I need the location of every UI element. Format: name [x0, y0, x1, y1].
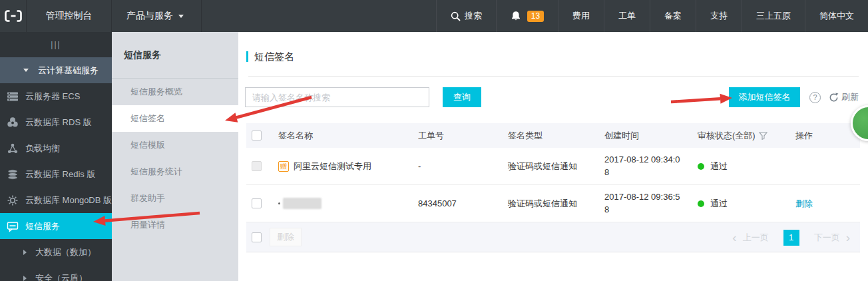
submenu-item-overview[interactable]: 短信服务概览	[112, 79, 238, 105]
products-menu-label: 产品与服务	[126, 10, 173, 22]
pagination: ‹ 上一页 1 下一页 ›	[730, 222, 852, 252]
query-button[interactable]: 查询	[443, 87, 481, 107]
row-checkbox[interactable]	[252, 161, 262, 171]
nav-item-ticket[interactable]: 工单	[604, 0, 650, 32]
submenu-item-usage[interactable]: 用量详情	[112, 212, 238, 238]
aliyun-logo-icon	[5, 10, 22, 22]
aliyun-logo[interactable]	[0, 0, 27, 32]
table-row: 84345007 验证码或短信通知 2017-08-12 09:36:58 通过…	[246, 185, 860, 222]
chevron-down-icon	[23, 69, 29, 72]
bell-icon	[511, 11, 521, 21]
submenu-item-mass-send[interactable]: 群发助手	[112, 185, 238, 212]
topnav-spacer	[202, 0, 436, 32]
notification-count-badge: 13	[527, 11, 544, 22]
products-menu[interactable]: 产品与服务	[112, 0, 202, 32]
load-balancer-icon	[7, 142, 19, 154]
gift-badge-icon: 赠	[278, 161, 289, 172]
sidebar-group-security[interactable]: 安全（云盾）	[0, 265, 112, 281]
sidebar-group-label: 安全（云盾）	[35, 272, 87, 281]
notifications-button[interactable]: 13	[496, 0, 558, 32]
sidebar-collapse-toggle[interactable]: |||	[0, 32, 112, 57]
row-checkbox[interactable]	[252, 198, 262, 208]
footer-select-checkbox[interactable]	[252, 232, 262, 242]
console-home-link[interactable]: 管理控制台	[27, 0, 112, 32]
ticket-number: -	[411, 161, 501, 171]
submenu-item-signature[interactable]: 短信签名	[112, 105, 238, 132]
help-icon[interactable]: ?	[809, 92, 821, 103]
ticket-number: 84345007	[411, 198, 501, 208]
signature-name: 阿里云短信测试专用	[294, 160, 371, 172]
sidebar-item-redis[interactable]: 云数据库 Redis 版	[0, 161, 112, 187]
secondary-sidebar: 短信服务 短信服务概览 短信签名 短信模版 短信服务统计 群发助手 用量详情	[112, 32, 238, 281]
col-header-name: 签名名称	[272, 130, 411, 142]
submenu-title: 短信服务	[112, 32, 238, 78]
signature-search-input[interactable]	[245, 87, 429, 107]
status-label: 通过	[710, 198, 728, 210]
next-page-button[interactable]: 下一页	[810, 232, 844, 244]
chat-bubble-icon	[7, 220, 19, 232]
status-label: 通过	[710, 160, 728, 172]
chevron-right-icon	[23, 250, 27, 255]
add-signature-button[interactable]: 添加短信签名	[729, 87, 800, 107]
nav-item-support[interactable]: 支持	[696, 0, 742, 32]
submenu-item-statistics[interactable]: 短信服务统计	[112, 158, 238, 185]
status-dot-icon	[698, 200, 704, 207]
col-header-action: 操作	[789, 130, 860, 142]
sidebar-item-label: 云数据库 Redis 版	[25, 168, 95, 180]
sidebar-group-cloud-basic[interactable]: 云计算基础服务	[0, 57, 112, 83]
signature-type: 验证码或短信通知	[501, 198, 598, 210]
sidebar-item-label: 云数据库 MongoDB 版	[25, 194, 112, 206]
next-page-chevron-icon[interactable]: ›	[844, 231, 852, 244]
page-header: 短信签名	[246, 50, 868, 63]
search-button[interactable]: 搜索	[436, 0, 496, 32]
select-all-checkbox[interactable]	[252, 131, 262, 140]
refresh-button[interactable]: 刷新	[829, 91, 859, 103]
created-time: 2017-08-12 09:34:08	[604, 154, 683, 178]
status-dot-icon	[698, 163, 704, 170]
nav-item-billing[interactable]: 费用	[558, 0, 604, 32]
sidebar-item-ecs[interactable]: 云服务器 ECS	[0, 83, 112, 109]
filter-funnel-icon[interactable]	[759, 132, 767, 140]
table-header-row: 签名名称 工单号 签名类型 创建时间 审核状态(全部) 操作	[246, 123, 860, 148]
sidebar-item-slb[interactable]: 负载均衡	[0, 135, 112, 161]
signature-type: 验证码或短信通知	[501, 160, 598, 172]
sidebar-item-label: 短信服务	[25, 220, 60, 232]
sidebar-item-label: 负载均衡	[25, 142, 60, 154]
server-icon	[7, 91, 19, 103]
col-header-ticket: 工单号	[411, 130, 501, 142]
created-time: 2017-08-12 09:36:58	[604, 191, 683, 215]
submenu-item-template[interactable]: 短信模版	[112, 132, 238, 158]
sidebar-group-bigdata[interactable]: 大数据（数加）	[0, 239, 112, 265]
search-label: 搜索	[465, 10, 482, 22]
toolbar-right: 添加短信签名 ? 刷新	[729, 87, 859, 107]
table-row: 赠 阿里云短信测试专用 - 验证码或短信通知 2017-08-12 09:34:…	[246, 148, 860, 185]
nav-item-language[interactable]: 简体中文	[805, 0, 868, 32]
col-header-status-label: 审核状态(全部)	[698, 130, 756, 142]
nav-item-username[interactable]: 三上五原	[742, 0, 805, 32]
gear-icon	[7, 194, 19, 206]
batch-delete-button[interactable]: 删除	[270, 228, 302, 246]
sidebar-item-label: 云服务器 ECS	[25, 91, 80, 103]
current-page-button[interactable]: 1	[783, 230, 799, 246]
sidebar-item-rds[interactable]: 云数据库 RDS 版	[0, 109, 112, 135]
col-header-created: 创建时间	[598, 130, 691, 142]
redacted-signature-name	[278, 198, 322, 209]
sidebar-item-mongodb[interactable]: 云数据库 MongoDB 版	[0, 187, 112, 213]
page-title: 短信签名	[254, 51, 294, 63]
delete-link[interactable]: 删除	[795, 198, 813, 208]
col-header-status: 审核状态(全部)	[691, 130, 789, 142]
search-icon	[451, 11, 461, 21]
primary-sidebar: ||| 云计算基础服务 云服务器 ECS 云数据库 RDS 版 负载均衡 云数据…	[0, 32, 112, 281]
chevron-down-icon	[178, 15, 184, 18]
refresh-label: 刷新	[841, 91, 859, 103]
chevron-right-icon	[23, 276, 27, 281]
prev-page-button[interactable]: 上一页	[739, 232, 773, 244]
signature-table: 签名名称 工单号 签名类型 创建时间 审核状态(全部) 操作 赠 阿里云短信测试…	[246, 123, 860, 252]
sidebar-item-sms[interactable]: 短信服务	[0, 213, 112, 239]
top-nav: 管理控制台 产品与服务 搜索 13 费用 工单 备案 支持 三上五原 简体中文	[0, 0, 868, 32]
prev-page-chevron-icon[interactable]: ‹	[730, 231, 738, 244]
table-footer: 删除 ‹ 上一页 1 下一页 ›	[246, 222, 860, 252]
refresh-icon	[829, 93, 839, 103]
nav-item-icp[interactable]: 备案	[650, 0, 696, 32]
sidebar-group-label: 云计算基础服务	[38, 65, 99, 77]
